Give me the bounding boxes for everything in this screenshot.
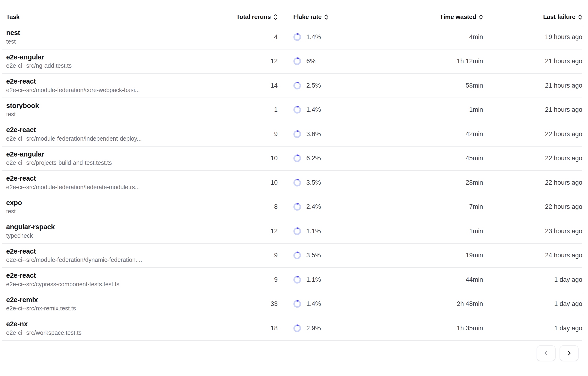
prev-page-button[interactable] xyxy=(537,345,556,361)
table-row[interactable]: e2e-react e2e-ci--src/cypress-component-… xyxy=(2,268,582,292)
table-row[interactable]: e2e-react e2e-ci--src/module-federation/… xyxy=(2,244,582,268)
table-row[interactable]: e2e-nx e2e-ci--src/workspace.test.ts 18 … xyxy=(2,316,582,341)
column-header-last-failure-label: Last failure xyxy=(543,13,576,21)
task-target: test xyxy=(6,38,219,45)
flake-rate-cell: 2.4% xyxy=(278,203,429,211)
last-failure-value: 22 hours ago xyxy=(483,203,582,210)
flake-rate-cell: 6% xyxy=(278,57,429,65)
flake-rate-value: 1.1% xyxy=(306,276,321,283)
table-row[interactable]: e2e-react e2e-ci--src/module-federation/… xyxy=(2,122,582,146)
task-cell: e2e-react e2e-ci--src/module-federation/… xyxy=(6,175,219,190)
table-row[interactable]: e2e-react e2e-ci--src/module-federation/… xyxy=(2,74,582,98)
flake-rate-value: 2.5% xyxy=(306,82,321,89)
task-target: test xyxy=(6,208,219,215)
table-body: nest test 4 1.4% 4min 19 hours ago e2e-a… xyxy=(0,25,588,341)
donut-progress-icon xyxy=(293,130,301,138)
task-name: e2e-react xyxy=(6,126,219,134)
column-header-flake-rate[interactable]: Flake rate xyxy=(278,13,429,21)
column-header-total-reruns-label: Total reruns xyxy=(236,13,271,21)
flake-rate-cell: 1.4% xyxy=(278,300,429,308)
flake-rate-cell: 1.1% xyxy=(278,227,429,235)
total-reruns-value: 33 xyxy=(219,300,278,308)
flake-rate-cell: 1.4% xyxy=(278,106,429,114)
flake-rate-cell: 3.6% xyxy=(278,130,429,138)
column-header-task-label: Task xyxy=(6,13,20,21)
task-name: storybook xyxy=(6,102,219,110)
task-target: e2e-ci--src/projects-build-and-test.test… xyxy=(6,160,219,166)
task-target: e2e-ci--src/workspace.test.ts xyxy=(6,330,219,336)
time-wasted-value: 28min xyxy=(429,179,483,186)
flake-rate-cell: 2.5% xyxy=(278,82,429,90)
time-wasted-value: 1min xyxy=(429,106,483,114)
table-row[interactable]: e2e-remix e2e-ci--src/nx-remix.test.ts 3… xyxy=(2,292,582,317)
table-row[interactable]: e2e-angular e2e-ci--src/ng-add.test.ts 1… xyxy=(2,50,582,74)
task-cell: e2e-react e2e-ci--src/module-federation/… xyxy=(6,78,219,93)
total-reruns-value: 1 xyxy=(219,106,278,114)
next-page-button[interactable] xyxy=(560,345,578,361)
donut-progress-icon xyxy=(293,82,301,90)
flake-rate-value: 1.4% xyxy=(306,106,321,114)
time-wasted-value: 2h 48min xyxy=(429,300,483,308)
task-target: e2e-ci--src/module-federation/core-webpa… xyxy=(6,87,219,94)
flake-rate-value: 6% xyxy=(306,58,316,65)
task-target: typecheck xyxy=(6,232,219,239)
donut-progress-icon xyxy=(293,106,301,114)
last-failure-value: 1 day ago xyxy=(483,300,582,308)
task-target: e2e-ci--src/ng-add.test.ts xyxy=(6,63,219,69)
column-header-total-reruns[interactable]: Total reruns xyxy=(219,13,278,21)
last-failure-value: 22 hours ago xyxy=(483,155,582,162)
last-failure-value: 22 hours ago xyxy=(483,130,582,138)
chevron-right-icon xyxy=(566,350,572,356)
donut-progress-icon xyxy=(293,203,301,211)
flake-rate-cell: 3.5% xyxy=(278,251,429,259)
total-reruns-value: 9 xyxy=(219,252,278,259)
total-reruns-value: 9 xyxy=(219,276,278,283)
total-reruns-value: 4 xyxy=(219,33,278,41)
table-row[interactable]: e2e-angular e2e-ci--src/projects-build-a… xyxy=(2,146,582,171)
last-failure-value: 21 hours ago xyxy=(483,82,582,89)
task-name: angular-rspack xyxy=(6,223,219,231)
task-cell: angular-rspack typecheck xyxy=(6,223,219,239)
donut-progress-icon xyxy=(293,276,301,284)
time-wasted-value: 58min xyxy=(429,82,483,89)
donut-progress-icon xyxy=(293,179,301,187)
task-name: e2e-remix xyxy=(6,296,219,304)
table-row[interactable]: e2e-react e2e-ci--src/module-federation/… xyxy=(2,171,582,195)
sort-icon xyxy=(479,14,483,20)
last-failure-value: 21 hours ago xyxy=(483,106,582,114)
flake-rate-value: 2.4% xyxy=(306,203,321,210)
donut-progress-icon xyxy=(293,324,301,332)
flake-rate-value: 6.2% xyxy=(306,155,321,162)
donut-progress-icon xyxy=(293,251,301,259)
task-name: expo xyxy=(6,199,219,207)
task-cell: e2e-angular e2e-ci--src/ng-add.test.ts xyxy=(6,53,219,69)
task-cell: e2e-react e2e-ci--src/module-federation/… xyxy=(6,126,219,142)
column-header-task: Task xyxy=(6,13,219,21)
task-cell: nest test xyxy=(6,29,219,45)
last-failure-value: 24 hours ago xyxy=(483,252,582,259)
sort-icon xyxy=(273,14,278,20)
table-row[interactable]: expo test 8 2.4% 7min 22 hours ago xyxy=(2,195,582,219)
flake-rate-cell: 6.2% xyxy=(278,154,429,162)
task-cell: expo test xyxy=(6,199,219,215)
task-name: e2e-react xyxy=(6,272,219,279)
total-reruns-value: 10 xyxy=(219,179,278,186)
flake-rate-cell: 3.5% xyxy=(278,179,429,187)
column-header-last-failure[interactable]: Last failure xyxy=(483,13,582,21)
time-wasted-value: 7min xyxy=(429,203,483,210)
time-wasted-value: 1h 12min xyxy=(429,58,483,65)
column-header-time-wasted[interactable]: Time wasted xyxy=(429,13,483,21)
flaky-tasks-table: Task Total reruns Flake rate Time wasted… xyxy=(0,0,588,341)
table-row[interactable]: storybook test 1 1.4% 1min 21 hours ago xyxy=(2,98,582,122)
task-target: e2e-ci--src/module-federation/federate-m… xyxy=(6,184,219,191)
donut-progress-icon xyxy=(293,57,301,65)
last-failure-value: 1 day ago xyxy=(483,325,582,332)
flake-rate-cell: 2.9% xyxy=(278,324,429,332)
task-target: test xyxy=(6,111,219,118)
time-wasted-value: 1h 35min xyxy=(429,325,483,332)
table-row[interactable]: nest test 4 1.4% 4min 19 hours ago xyxy=(2,25,582,50)
last-failure-value: 1 day ago xyxy=(483,276,582,283)
column-header-flake-rate-label: Flake rate xyxy=(293,13,321,21)
table-row[interactable]: angular-rspack typecheck 12 1.1% 1min 23… xyxy=(2,219,582,244)
last-failure-value: 23 hours ago xyxy=(483,228,582,235)
